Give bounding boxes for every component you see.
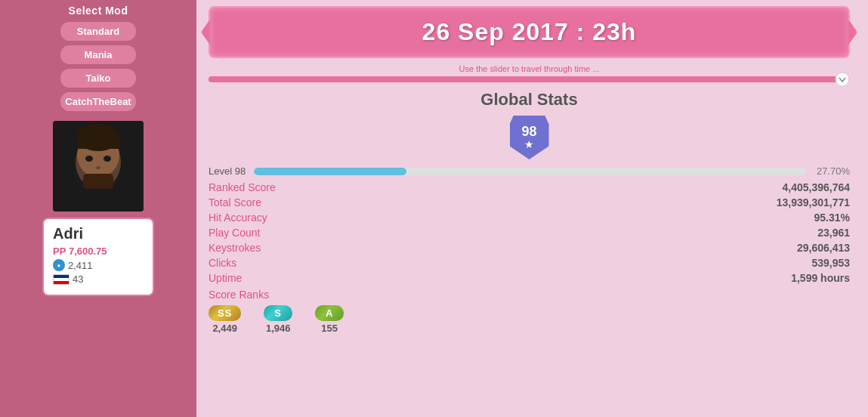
rank-badge-s: S xyxy=(264,305,292,321)
stats-label: Keystrokes xyxy=(209,242,261,254)
global-stats-title: Global Stats xyxy=(209,90,850,110)
score-ranks-row: SS 2,449 S 1,946 A 155 xyxy=(209,305,850,334)
rank-item: S 1,946 xyxy=(264,305,292,334)
avatar xyxy=(53,121,144,212)
user-pp: PP 7,600.75 xyxy=(53,246,144,257)
mod-btn-standard[interactable]: Standard xyxy=(60,22,136,41)
user-country-rank: 43 xyxy=(73,273,83,285)
stats-label: Hit Accuracy xyxy=(209,212,267,224)
mod-btn-mania[interactable]: Mania xyxy=(60,45,136,64)
svg-rect-9 xyxy=(64,193,132,212)
level-label: Level 98 xyxy=(209,165,254,177)
score-ranks-label: Score Ranks xyxy=(209,289,850,301)
slider-handle[interactable] xyxy=(835,72,850,87)
stats-row: Clicks 539,953 xyxy=(209,255,850,270)
global-rank-icon: ● xyxy=(53,259,65,271)
stats-label: Total Score xyxy=(209,196,261,208)
mod-btn-catchthebeat[interactable]: CatchTheBeat xyxy=(60,92,136,111)
rank-item: SS 2,449 xyxy=(209,305,241,334)
level-progress-row: Level 98 27.70% xyxy=(209,165,850,177)
stats-value: 1,599 hours xyxy=(791,272,850,284)
stats-value: 13,939,301,771 xyxy=(777,196,850,208)
level-number: 98 xyxy=(521,125,536,138)
main-content: 26 Sep 2017 : 23h Use the slider to trav… xyxy=(196,0,868,417)
level-badge-row: 98 ★ xyxy=(209,116,850,159)
stats-value: 23,961 xyxy=(817,227,850,239)
date-text: 26 Sep 2017 : 23h xyxy=(422,18,637,45)
mod-title: Select Mod xyxy=(69,3,128,20)
pp-label: PP xyxy=(53,246,66,257)
user-global-rank-row: ● 2,411 xyxy=(53,259,144,271)
date-banner: 26 Sep 2017 : 23h xyxy=(209,6,850,58)
rank-count: 1,946 xyxy=(266,323,291,334)
stats-table: Ranked Score 4,405,396,764 Total Score 1… xyxy=(209,180,850,286)
flag-icon xyxy=(53,274,70,285)
svg-point-6 xyxy=(103,156,111,162)
pp-value: 7,600.75 xyxy=(69,246,107,257)
mod-menu: Select Mod Standard Mania Taiko CatchThe… xyxy=(0,0,196,113)
slider-section: Use the slider to travel through time ..… xyxy=(209,64,850,82)
level-bar xyxy=(254,168,806,175)
stats-label: Play Count xyxy=(209,227,260,239)
user-country-rank-row: 43 xyxy=(53,273,144,285)
stats-row: Hit Accuracy 95.31% xyxy=(209,210,850,225)
stats-value: 539,953 xyxy=(811,257,850,269)
svg-rect-8 xyxy=(83,174,113,189)
slider-fill xyxy=(209,76,837,82)
rank-count: 155 xyxy=(321,323,338,334)
level-percent: 27.70% xyxy=(812,165,850,177)
stats-row: Total Score 13,939,301,771 xyxy=(209,195,850,210)
svg-rect-4 xyxy=(77,137,119,149)
user-global-rank: 2,411 xyxy=(68,260,93,271)
rank-item: A 155 xyxy=(315,305,344,334)
stats-value: 4,405,396,764 xyxy=(782,181,850,193)
level-badge: 98 ★ xyxy=(510,116,549,159)
stats-value: 29,606,413 xyxy=(797,242,850,254)
sidebar: Select Mod Standard Mania Taiko CatchThe… xyxy=(0,0,196,417)
slider-hint: Use the slider to travel through time ..… xyxy=(209,64,850,73)
stats-row: Uptime 1,599 hours xyxy=(209,270,850,286)
stats-row: Keystrokes 29,606,413 xyxy=(209,240,850,255)
avatar-image xyxy=(53,121,144,212)
rank-badge-ss: SS xyxy=(209,305,241,321)
stats-label: Clicks xyxy=(209,257,236,269)
stats-label: Ranked Score xyxy=(209,181,276,193)
svg-point-7 xyxy=(96,166,100,169)
user-card: Adri PP 7,600.75 ● 2,411 43 xyxy=(42,218,154,296)
level-bar-fill xyxy=(254,168,406,175)
stats-row: Ranked Score 4,405,396,764 xyxy=(209,180,850,195)
level-star-icon: ★ xyxy=(524,138,534,150)
svg-point-5 xyxy=(85,156,93,162)
rank-count: 2,449 xyxy=(212,323,237,334)
mod-btn-taiko[interactable]: Taiko xyxy=(60,69,136,88)
stats-row: Play Count 23,961 xyxy=(209,225,850,240)
stats-value: 95.31% xyxy=(814,212,850,224)
stats-label: Uptime xyxy=(209,272,242,284)
username: Adri xyxy=(53,225,144,242)
svg-point-10 xyxy=(836,73,849,86)
rank-badge-a: A xyxy=(315,305,344,321)
slider-track[interactable] xyxy=(209,76,850,82)
